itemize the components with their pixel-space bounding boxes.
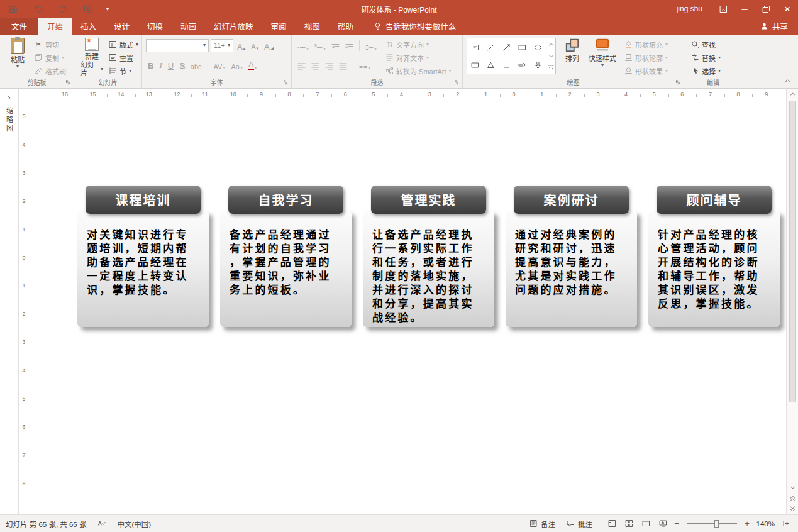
card-body[interactable]: 通过对经典案例的研究和研讨，迅速提高意识与能力，尤其是对实践工作问题的应对措施。 — [506, 211, 637, 327]
arrow-line-shape-icon[interactable] — [499, 38, 514, 56]
font-size-combo[interactable]: 11+▾ — [211, 39, 233, 52]
arrange-button[interactable]: 排列 — [558, 37, 586, 77]
gallery-scroll-up-icon[interactable] — [546, 38, 555, 50]
slideshow-view-button[interactable] — [655, 515, 672, 532]
customize-qat-button[interactable]: ▾ — [101, 0, 114, 18]
card-title[interactable]: 管理实践 — [371, 186, 486, 214]
align-center-button[interactable] — [309, 58, 321, 71]
copy-button[interactable]: 复制▾ — [31, 51, 69, 64]
ribbon-tab-开始[interactable]: 开始 — [38, 18, 72, 35]
replace-button[interactable]: 替换▾ — [688, 51, 723, 64]
scroll-up-button[interactable] — [787, 89, 798, 99]
slide-card[interactable]: 让备选产品经理执行一系列实际工作和任务，或者进行制度的落地实施，并进行深入的探讨… — [363, 186, 494, 331]
expand-pane-icon[interactable]: › — [8, 92, 10, 102]
format-painter-button[interactable]: 格式刷 — [31, 64, 69, 77]
align-right-button[interactable] — [323, 58, 335, 71]
paragraph-dialog-launcher[interactable] — [454, 80, 460, 86]
section-button[interactable]: 节▾ — [106, 64, 141, 77]
minimize-button[interactable]: ─ — [734, 0, 755, 18]
find-button[interactable]: 查找 — [688, 38, 723, 51]
bullets-button[interactable]: ▾ — [296, 39, 311, 52]
clear-formatting-button[interactable]: A◢ — [262, 39, 275, 52]
card-body[interactable]: 对关键知识进行专题培训，短期内帮助备选产品经理在一定程度上转变认识，掌握技能。 — [77, 211, 209, 327]
change-case-button[interactable]: Aa▾ — [229, 58, 244, 71]
zoom-out-button[interactable]: − — [672, 519, 682, 528]
zoom-in-button[interactable]: + — [742, 519, 752, 528]
card-title[interactable]: 课程培训 — [86, 186, 201, 214]
ribbon-display-options-button[interactable] — [712, 0, 734, 18]
start-slideshow-button[interactable] — [75, 0, 101, 18]
slide-sorter-view-button[interactable] — [621, 515, 638, 532]
ribbon-tab-插入[interactable]: 插入 — [72, 18, 105, 35]
paste-button[interactable]: 粘贴▾ — [4, 37, 31, 77]
italic-button[interactable]: I — [157, 58, 163, 71]
proofing-button[interactable] — [92, 515, 111, 532]
ribbon-tab-审阅[interactable]: 审阅 — [262, 18, 296, 35]
cut-button[interactable]: ✂剪切 — [31, 38, 69, 51]
redo-button[interactable] — [50, 0, 75, 18]
text-shadow-button[interactable]: S — [177, 58, 187, 71]
columns-button[interactable]: ▾ — [357, 58, 372, 71]
reset-button[interactable]: 重置 — [106, 51, 141, 64]
slide-card[interactable]: 对关键知识进行专题培训，短期内帮助备选产品经理在一定程度上转变认识，掌握技能。课… — [77, 186, 209, 331]
share-button[interactable]: 共享 — [750, 18, 798, 35]
align-left-button[interactable] — [296, 58, 308, 71]
thumbnail-pane-collapsed[interactable]: › 缩略图 — [0, 89, 19, 514]
scrollbar-thumb[interactable] — [789, 101, 796, 402]
gallery-more-icon[interactable] — [546, 62, 555, 74]
slide-number-indicator[interactable]: 幻灯片 第 65 张, 共 65 张 — [0, 515, 92, 532]
font-color-button[interactable]: A▾ — [247, 58, 259, 71]
font-dialog-launcher[interactable] — [283, 80, 289, 86]
zoom-level[interactable]: 140% — [752, 520, 779, 528]
notes-button[interactable]: 备注 — [524, 515, 561, 532]
decrease-indent-button[interactable] — [330, 39, 341, 52]
down-arrow-shape-icon[interactable] — [530, 56, 546, 74]
card-title[interactable]: 案例研讨 — [514, 186, 629, 214]
font-name-combo[interactable]: ▾ — [146, 39, 209, 52]
card-body[interactable]: 针对产品经理的核心管理活动，顾问开展结构化的诊断和辅导工作，帮助其识别误区，激发… — [648, 211, 780, 327]
right-arrow-shape-icon[interactable] — [514, 56, 530, 74]
tab-file[interactable]: 文件 — [0, 18, 38, 35]
bold-button[interactable]: B — [146, 58, 155, 71]
slide-card[interactable]: 针对产品经理的核心管理活动，顾问开展结构化的诊断和辅导工作，帮助其识别误区，激发… — [648, 186, 780, 331]
ribbon-tab-设计[interactable]: 设计 — [105, 18, 138, 35]
collapse-ribbon-button[interactable] — [782, 75, 793, 86]
language-indicator[interactable]: 中文(中国) — [111, 515, 157, 532]
shape-outline-button[interactable]: 形状轮廓▾ — [621, 51, 670, 64]
strikethrough-button[interactable]: abc — [189, 58, 204, 71]
increase-indent-button[interactable] — [343, 39, 355, 52]
ribbon-tab-帮助[interactable]: 帮助 — [329, 18, 362, 35]
rounded-rectangle-shape-icon[interactable] — [467, 56, 483, 74]
card-body[interactable]: 备选产品经理通过有计划的自我学习，掌握产品管理的重要知识，弥补业务上的短板。 — [220, 211, 352, 327]
restore-button[interactable] — [755, 0, 777, 18]
horizontal-ruler[interactable]: 161514131211109876543210123456789 — [29, 89, 786, 101]
numbering-button[interactable]: ▾ — [313, 39, 328, 52]
shape-gallery[interactable] — [467, 38, 556, 74]
signed-in-user[interactable]: jing shu — [677, 4, 702, 13]
undo-button[interactable] — [25, 0, 50, 18]
underline-button[interactable]: U — [166, 58, 175, 71]
shape-fill-button[interactable]: 形状填充▾ — [621, 38, 670, 51]
gallery-scroll-down-icon[interactable] — [546, 50, 555, 62]
card-body[interactable]: 让备选产品经理执行一系列实际工作和任务，或者进行制度的落地实施，并进行深入的探讨… — [363, 211, 494, 327]
ribbon-tab-幻灯片放映[interactable]: 幻灯片放映 — [205, 18, 262, 35]
triangle-shape-icon[interactable] — [483, 56, 499, 74]
layout-button[interactable]: 版式▾ — [106, 38, 141, 51]
elbow-connector-shape-icon[interactable] — [499, 56, 514, 74]
rectangle-shape-icon[interactable] — [514, 38, 530, 56]
slide-canvas[interactable]: 对关键知识进行专题培训，短期内帮助备选产品经理在一定程度上转变认识，掌握技能。课… — [29, 101, 786, 514]
align-text-button[interactable]: 对齐文本▾ — [382, 51, 453, 64]
normal-view-button[interactable] — [604, 515, 621, 532]
text-direction-button[interactable]: 文字方向▾ — [382, 38, 453, 51]
zoom-slider-thumb[interactable] — [714, 520, 719, 528]
save-button[interactable] — [0, 0, 25, 18]
vertical-ruler[interactable]: 54321012345678 — [19, 101, 29, 514]
scroll-down-button[interactable] — [787, 482, 798, 493]
ribbon-tab-切换[interactable]: 切换 — [138, 18, 172, 35]
card-title[interactable]: 顾问辅导 — [657, 186, 772, 214]
shrink-font-button[interactable]: A▾ — [249, 39, 260, 52]
new-slide-button[interactable]: 新建幻灯片▾ — [78, 37, 106, 77]
quick-styles-button[interactable]: 快速样式▾ — [586, 37, 619, 77]
previous-slide-button[interactable] — [787, 493, 798, 504]
close-button[interactable]: ✕ — [777, 0, 798, 18]
